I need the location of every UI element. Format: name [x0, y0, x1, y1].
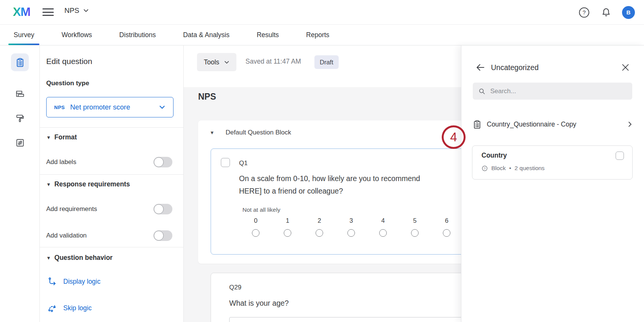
clipboard-icon — [472, 119, 482, 130]
scale-radio-row — [246, 229, 456, 237]
nps-type-badge: NPS — [54, 105, 65, 110]
question-checkbox[interactable] — [221, 158, 230, 167]
library-import-panel: Uncategorized Country_Questionnaire - Co… — [461, 45, 644, 322]
survey-builder-icon[interactable] — [11, 53, 29, 71]
block-card-meta: ? Block 2 questions — [481, 165, 545, 172]
question-text[interactable]: On a scale from 0-10, how likely are you… — [239, 172, 420, 197]
hamburger-menu-icon[interactable] — [42, 8, 54, 17]
tab-distributions[interactable]: Distributions — [119, 25, 156, 45]
scale-value-label: 3 — [341, 217, 361, 224]
chevron-down-icon — [224, 59, 230, 65]
radio-button[interactable] — [284, 229, 291, 237]
radio-button[interactable] — [411, 229, 419, 237]
survey-title: NPS — [198, 92, 216, 102]
tab-workflows[interactable]: Workflows — [61, 25, 92, 45]
scale-value-label: 5 — [405, 217, 425, 224]
scale-value-label: 2 — [309, 217, 329, 224]
block-select-checkbox[interactable] — [616, 152, 624, 160]
tab-results[interactable]: Results — [257, 25, 279, 45]
collapse-caret-icon: ▾ — [47, 134, 50, 140]
radio-button[interactable] — [443, 229, 450, 237]
block-header[interactable]: ▾ Default Question Block — [211, 129, 291, 136]
tab-survey[interactable]: Survey — [14, 25, 34, 45]
question-text[interactable]: What is your age? — [229, 299, 289, 308]
question-id: Q1 — [239, 159, 248, 167]
search-box[interactable] — [473, 83, 632, 100]
library-item-label: Country_Questionnaire - Copy — [487, 120, 622, 128]
display-logic-link[interactable]: Display logic — [47, 277, 100, 286]
close-icon[interactable] — [621, 63, 630, 72]
block-title: Default Question Block — [226, 129, 291, 136]
add-validation-toggle[interactable] — [153, 230, 172, 241]
panel-title: Edit question — [46, 57, 92, 66]
scale-value-labels: 0 1 2 3 4 5 6 — [246, 217, 456, 224]
add-requirements-label: Add requirements — [46, 205, 97, 213]
panel-title: Uncategorized — [491, 63, 539, 72]
help-icon[interactable]: ? — [578, 6, 590, 19]
qualtrics-survey-editor: { "topbar": { "logo_text": "XM", "projec… — [0, 0, 644, 322]
radio-button[interactable] — [252, 229, 259, 237]
response-requirements-section-header[interactable]: ▾ Response requirements — [47, 180, 130, 188]
search-icon — [478, 87, 486, 95]
chevron-right-icon — [627, 121, 633, 128]
radio-button[interactable] — [347, 229, 355, 237]
tools-dropdown[interactable]: Tools — [197, 53, 236, 71]
autosave-status: Saved at 11:47 AM — [245, 58, 301, 66]
block-type-label: Block — [491, 165, 506, 172]
block-question-count: 2 questions — [514, 165, 544, 172]
chevron-down-icon — [159, 104, 166, 111]
back-arrow-icon[interactable] — [475, 62, 486, 73]
project-tab-bar: Survey Workflows Distributions Data & An… — [0, 25, 644, 45]
skip-logic-link[interactable]: Skip logic — [47, 303, 92, 313]
survey-options-icon[interactable] — [11, 134, 29, 152]
bell-icon[interactable] — [600, 6, 612, 19]
draft-status-badge: Draft — [314, 55, 339, 69]
avatar[interactable]: B — [622, 6, 635, 19]
text-entry-field[interactable] — [229, 317, 479, 322]
scale-low-label: Not at all likely — [242, 206, 280, 213]
tab-reports[interactable]: Reports — [306, 25, 329, 45]
question-type-value: Net promoter score — [70, 103, 153, 111]
add-validation-label: Add validation — [46, 232, 87, 239]
survey-flow-icon[interactable] — [11, 84, 29, 102]
project-name: NPS — [64, 6, 79, 15]
chevron-down-icon — [83, 8, 89, 14]
tab-data-analysis[interactable]: Data & Analysis — [183, 25, 230, 45]
top-bar: XM NPS ? B — [0, 0, 644, 25]
question-type-label: Question type — [46, 80, 89, 87]
question-type-dropdown[interactable]: NPS Net promoter score — [46, 97, 174, 117]
question-behavior-section-header[interactable]: ▾ Question behavior — [47, 254, 113, 262]
svg-text:?: ? — [484, 166, 486, 170]
search-input[interactable] — [490, 88, 627, 95]
question-id: Q29 — [229, 284, 241, 291]
skip-logic-icon — [47, 303, 57, 313]
topbar-actions: ? B — [578, 0, 635, 25]
radio-button[interactable] — [316, 229, 323, 237]
divider — [40, 174, 184, 175]
add-requirements-toggle[interactable] — [153, 204, 172, 214]
radio-button[interactable] — [379, 229, 387, 237]
look-and-feel-icon[interactable] — [11, 109, 29, 127]
block-card-title: Country — [481, 152, 507, 159]
xm-logo[interactable]: XM — [13, 5, 30, 19]
format-section-header[interactable]: ▾ Format — [47, 133, 77, 141]
collapse-caret-icon: ▾ — [47, 181, 50, 187]
annotation-circle-4: 4 — [442, 125, 466, 149]
meta-separator — [509, 165, 511, 172]
svg-text:?: ? — [583, 9, 586, 16]
block-question-icon: ? — [481, 165, 488, 172]
collapse-caret-icon: ▾ — [211, 129, 214, 136]
builder-icon-rail — [0, 45, 40, 322]
block-card-country[interactable]: Country ? Block 2 questions — [472, 145, 633, 180]
library-item-country-questionnaire[interactable]: Country_Questionnaire - Copy — [472, 116, 633, 133]
scale-value-label: 6 — [437, 217, 456, 224]
display-logic-icon — [47, 277, 57, 286]
project-switcher[interactable]: NPS — [64, 6, 89, 15]
divider — [40, 247, 184, 247]
add-labels-label: Add labels — [46, 158, 76, 166]
collapse-caret-icon: ▾ — [47, 255, 50, 261]
add-labels-toggle[interactable] — [153, 157, 172, 167]
divider — [40, 127, 184, 128]
edit-question-panel: Edit question Question type NPS Net prom… — [40, 45, 184, 322]
scale-value-label: 4 — [373, 217, 393, 224]
